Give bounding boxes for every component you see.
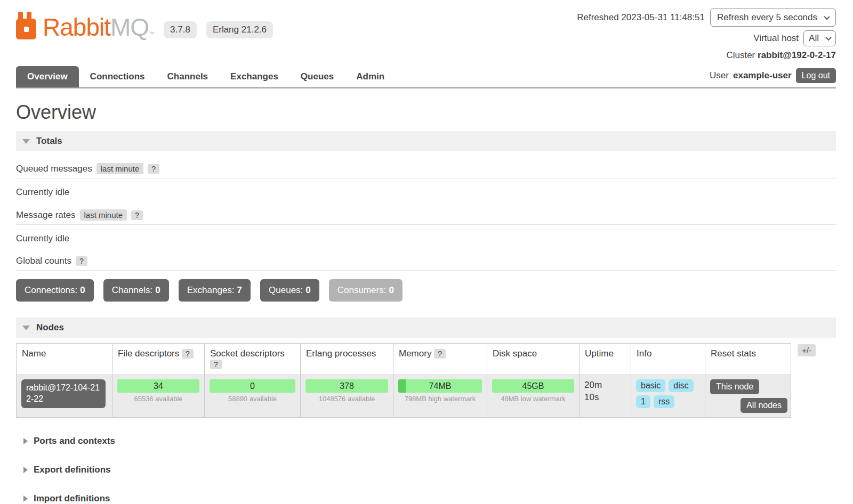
erlang-processes-bar: 378: [305, 379, 388, 393]
nodes-header-row: Name File descriptors ? Socket descripto…: [17, 344, 791, 375]
count-label: Exchanges:: [187, 285, 235, 295]
section-title: Ports and contexts: [34, 436, 115, 446]
totals-section-header[interactable]: Totals: [16, 131, 836, 151]
collapse-triangle-icon: [22, 326, 30, 330]
expand-triangle-icon: [23, 438, 28, 444]
header-right: Refreshed 2023-05-31 11:48:51 Refresh ev…: [577, 7, 836, 61]
node-row: rabbit@172-104-212-22 34 65536 available…: [17, 375, 791, 418]
connections-count-button[interactable]: Connections:0: [16, 279, 94, 302]
page-title: Overview: [16, 101, 836, 124]
info-badge-rss: rss: [654, 395, 674, 408]
reset-stats-cell: This node All nodes: [705, 375, 791, 418]
help-icon[interactable]: ?: [76, 256, 87, 266]
tab-admin[interactable]: Admin: [345, 66, 396, 87]
queues-count-button[interactable]: Queues:0: [260, 279, 319, 302]
nodes-table: Name File descriptors ? Socket descripto…: [16, 343, 791, 418]
node-name-badge[interactable]: rabbit@172-104-212-22: [21, 379, 106, 408]
message-rates-range-badge[interactable]: last minute: [80, 209, 127, 221]
export-definitions-section[interactable]: Export definitions: [23, 465, 836, 475]
col-name: Name: [17, 344, 112, 375]
message-rates-status: Currently idle: [16, 233, 836, 244]
erlang-version-badge: Erlang 21.2.6: [206, 21, 273, 38]
col-info: Info: [631, 344, 705, 375]
count-value: 0: [155, 285, 160, 295]
virtual-host-value: All: [809, 33, 819, 44]
cluster-label: Cluster: [726, 50, 755, 60]
file-descriptors-detail: 65536 available: [117, 395, 199, 403]
refresh-interval-select[interactable]: Refresh every 5 seconds: [710, 9, 836, 27]
tab-connections[interactable]: Connections: [79, 66, 156, 87]
socket-descriptors-cell: 0 58890 available: [205, 375, 301, 418]
global-counts-header: Global counts ?: [16, 256, 836, 271]
col-socket-descriptors: Socket descriptors ?: [205, 344, 301, 375]
virtual-host-select[interactable]: All: [803, 30, 836, 46]
import-definitions-section[interactable]: Import definitions: [23, 493, 836, 504]
expand-triangle-icon: [23, 467, 28, 473]
tab-queues[interactable]: Queues: [289, 66, 345, 87]
consumers-count-button[interactable]: Consumers:0: [329, 279, 403, 302]
virtual-host-label: Virtual host: [753, 33, 799, 44]
reset-all-nodes-button[interactable]: All nodes: [741, 398, 787, 413]
virtual-host-row: Virtual host All: [753, 30, 836, 46]
rabbit-icon: [16, 12, 38, 39]
count-label: Channels:: [112, 285, 153, 295]
queued-messages-range-badge[interactable]: last minute: [96, 163, 144, 174]
help-icon[interactable]: ?: [210, 360, 222, 369]
memory-cell: 74MB 798MB high watermark: [393, 375, 487, 418]
brand-wordmark: RabbitMQ™: [43, 15, 154, 39]
tab-overview[interactable]: Overview: [16, 66, 79, 87]
count-label: Connections:: [25, 285, 77, 295]
queued-messages-label: Queued messages: [16, 164, 92, 174]
memory-used-fill: [398, 379, 406, 393]
uptime-cell: 20m 10s: [580, 375, 631, 418]
tab-exchanges[interactable]: Exchanges: [219, 66, 289, 87]
cluster-row: Cluster rabbit@192-0-2-17: [726, 50, 836, 61]
tab-bar: Overview Connections Channels Exchanges …: [16, 66, 836, 88]
reset-this-node-button[interactable]: This node: [710, 379, 759, 394]
col-uptime: Uptime: [580, 344, 631, 375]
nodes-table-wrap: Name File descriptors ? Socket descripto…: [16, 343, 836, 418]
help-icon[interactable]: ?: [182, 349, 194, 359]
message-rates-label: Message rates: [16, 210, 76, 221]
count-label: Consumers:: [337, 285, 387, 295]
info-cell: basic disc 1 rss: [631, 375, 705, 418]
help-icon[interactable]: ?: [148, 164, 159, 174]
tab-channels[interactable]: Channels: [156, 66, 220, 87]
count-label: Queues:: [269, 285, 303, 295]
header: RabbitMQ™ 3.7.8 Erlang 21.2.6 Refreshed …: [16, 7, 836, 61]
exchanges-count-button[interactable]: Exchanges:7: [179, 279, 251, 302]
chevron-down-icon: [824, 14, 830, 20]
totals-section-title: Totals: [36, 136, 62, 147]
channels-count-button[interactable]: Channels:0: [103, 279, 169, 302]
socket-descriptors-detail: 58890 available: [210, 395, 295, 403]
rabbitmq-overview-page: RabbitMQ™ 3.7.8 Erlang 21.2.6 Refreshed …: [0, 0, 853, 504]
tabs: Overview Connections Channels Exchanges …: [16, 66, 396, 87]
logout-button[interactable]: Log out: [796, 68, 836, 83]
count-value: 0: [389, 285, 393, 295]
brand-rabbit-text: Rabbit: [43, 13, 110, 41]
col-disk-space: Disk space: [487, 344, 580, 375]
section-title: Export definitions: [34, 465, 111, 475]
trademark: ™: [149, 30, 154, 37]
col-file-descriptors: File descriptors ?: [112, 344, 205, 375]
help-icon[interactable]: ?: [131, 210, 143, 220]
memory-detail: 798MB high watermark: [398, 395, 482, 403]
collapse-triangle-icon: [22, 139, 30, 144]
ports-and-contexts-section[interactable]: Ports and contexts: [23, 436, 836, 446]
refreshed-timestamp: Refreshed 2023-05-31 11:48:51: [577, 12, 705, 23]
brand-block: RabbitMQ™ 3.7.8 Erlang 21.2.6: [16, 7, 273, 39]
user-name: example-user: [733, 70, 792, 81]
info-badge-basic: basic: [636, 379, 665, 392]
nodes-section-header[interactable]: Nodes: [16, 318, 836, 338]
column-toggle-button[interactable]: +/-: [798, 344, 816, 356]
count-value: 7: [237, 285, 242, 295]
file-descriptors-cell: 34 65536 available: [112, 375, 205, 418]
help-icon[interactable]: ?: [434, 349, 446, 359]
refresh-row: Refreshed 2023-05-31 11:48:51 Refresh ev…: [577, 9, 836, 27]
global-counts-label: Global counts: [16, 256, 71, 266]
version-badge: 3.7.8: [164, 21, 197, 38]
rabbitmq-logo: RabbitMQ™: [16, 12, 154, 39]
file-descriptors-bar: 34: [117, 379, 199, 393]
chevron-down-icon: [825, 35, 831, 40]
disk-space-cell: 45GB 48MB low watermark: [487, 375, 580, 418]
